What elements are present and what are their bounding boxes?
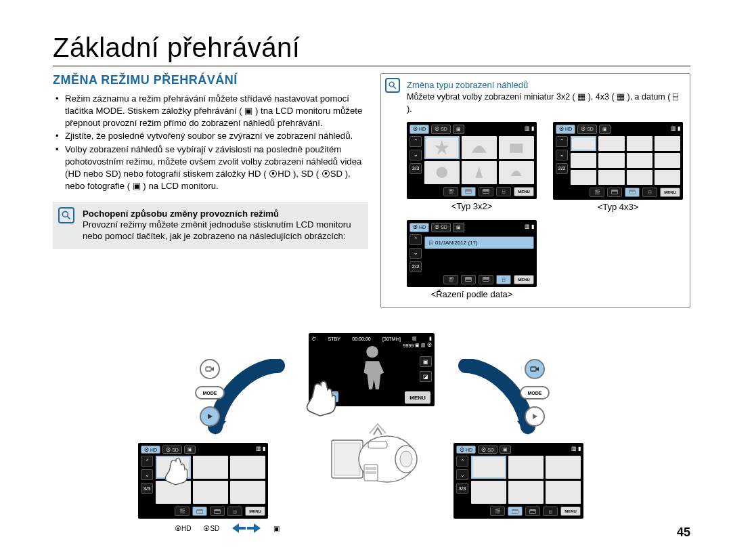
tip-box: Pochopení způsobu změny provozních režim…: [53, 202, 368, 250]
video-filter-button[interactable]: 🎬: [175, 507, 190, 516]
storage-icon: ▥ ▮: [671, 125, 680, 134]
page-indicator: 3/3: [141, 483, 153, 494]
storage-icon: ▥ ▮: [525, 223, 534, 232]
view-3x2-button[interactable]: [461, 187, 476, 196]
sidebox-title: Změna typu zobrazení náhledů: [407, 79, 683, 91]
remain-label: [307Min]: [382, 337, 401, 341]
tab-sd[interactable]: ⦿SD: [162, 446, 182, 454]
svg-point-5: [437, 167, 447, 178]
timer-icon: ⏱: [311, 337, 316, 341]
tab-hd[interactable]: ⦿HD: [141, 446, 160, 454]
svg-line-1: [68, 216, 70, 219]
page-indicator: 2/2: [556, 163, 568, 174]
view-4x3-button[interactable]: [479, 275, 493, 284]
svg-point-12: [400, 451, 412, 467]
tab-sd[interactable]: ⦿SD: [431, 125, 451, 134]
menu-button[interactable]: MENU: [245, 507, 265, 516]
svg-rect-7: [531, 367, 536, 371]
tab-hd[interactable]: ⦿HD: [409, 125, 429, 134]
view-3x2-button[interactable]: [508, 507, 523, 516]
date-row[interactable]: ⌸ 01/JAN/2012 (17): [424, 236, 534, 249]
svg-point-2: [389, 82, 394, 87]
tab-sd[interactable]: ⦿SD: [577, 125, 597, 134]
tab-switch-row: ⦿HD ⦿SD ▣: [175, 523, 280, 534]
hand-pointer-icon: [158, 455, 194, 486]
record-mode-button[interactable]: [200, 359, 220, 379]
menu-button[interactable]: MENU: [514, 187, 534, 196]
sidebox-body: Můžete vybrat volby zobrazení miniatur 3…: [407, 91, 683, 115]
tab-photo[interactable]: ▣: [500, 446, 511, 454]
tab-photo[interactable]: ▣: [453, 125, 464, 134]
hd-tab-icon: ⦿HD: [175, 525, 191, 532]
nav-up-button[interactable]: ⌃: [556, 136, 568, 147]
tab-sd[interactable]: ⦿SD: [431, 223, 451, 232]
video-filter-button[interactable]: 🎬: [490, 507, 505, 516]
view-date-button[interactable]: ⌸: [642, 188, 657, 197]
view-4x3-button[interactable]: [525, 507, 540, 516]
lcd-playback-right: ⦿HD ⦿SD ▣ ▥ ▮ ⌃ ⌄ 3/3 🎬 ⌸ MENU: [453, 443, 583, 519]
arrow-right-icon: [246, 523, 261, 534]
zoom-button[interactable]: ◪: [420, 371, 432, 382]
nav-up-button[interactable]: ⌃: [456, 456, 468, 467]
menu-button[interactable]: MENU: [405, 391, 430, 404]
storage-icon: ▥ ▮: [256, 446, 265, 454]
video-filter-button[interactable]: 🎬: [443, 275, 458, 284]
lcd-thumb-4x3: ⦿HD ⦿SD ▣ ▥ ▮ ⌃ ⌄ 2/2: [553, 122, 683, 200]
section-heading: ZMĚNA REŽIMU PŘEHRÁVÁNÍ: [53, 73, 368, 87]
view-3x2-button[interactable]: [607, 188, 622, 197]
tab-photo[interactable]: ▣: [184, 446, 196, 454]
tab-photo[interactable]: ▣: [453, 223, 464, 232]
tab-hd[interactable]: ⦿HD: [556, 125, 575, 134]
nav-down-button[interactable]: ⌄: [456, 469, 468, 480]
playback-mode-button[interactable]: [525, 406, 545, 427]
hand-pointer-icon: [298, 378, 344, 417]
photo-button[interactable]: ▣: [420, 356, 432, 367]
bullet-item: Zjistíte, že posledně vytvořený soubor s…: [56, 130, 368, 142]
left-button-column: MODE: [195, 359, 225, 427]
view-date-button[interactable]: ⌸: [496, 187, 511, 196]
tab-photo[interactable]: ▣: [599, 125, 611, 134]
page-title: Základní přehrávání: [53, 33, 690, 66]
mode-button[interactable]: MODE: [195, 386, 225, 400]
tip-title: Pochopení způsobu změny provozních režim…: [83, 209, 360, 219]
nav-up-button[interactable]: ⌃: [409, 136, 422, 147]
mode-button[interactable]: MODE: [520, 386, 550, 400]
nav-down-button[interactable]: ⌄: [141, 469, 153, 480]
view-3x2-button[interactable]: [192, 507, 207, 516]
svg-rect-15: [366, 467, 376, 470]
menu-button[interactable]: MENU: [660, 188, 680, 197]
nav-up-button[interactable]: ⌃: [141, 456, 153, 467]
view-4x3-button[interactable]: [479, 187, 493, 196]
time-label: 00:00:00: [352, 337, 370, 341]
lcd-thumb-date: ⦿HD ⦿SD ▣ ▥ ▮ ⌃ ⌄ 2/2: [407, 220, 537, 287]
arrow-left-icon: [231, 523, 246, 534]
stby-label: STBY: [328, 337, 340, 341]
tab-hd[interactable]: ⦿HD: [409, 223, 429, 232]
view-date-button[interactable]: ⌸: [227, 507, 242, 516]
battery-icon: ▮: [429, 336, 432, 341]
nav-down-button[interactable]: ⌄: [409, 150, 422, 160]
page-indicator: 3/3: [456, 483, 468, 494]
tab-sd[interactable]: ⦿SD: [478, 446, 497, 454]
nav-down-button[interactable]: ⌄: [556, 150, 568, 160]
menu-button[interactable]: MENU: [560, 507, 581, 516]
view-4x3-button[interactable]: [210, 507, 225, 516]
view-date-button[interactable]: ⌸: [543, 507, 558, 516]
tip-body: Provozní režimy můžete změnit jednoduše …: [83, 219, 360, 243]
view-4x3-button[interactable]: [625, 188, 640, 197]
photo-tab-icon: ▣: [273, 525, 280, 532]
bullet-item: Režim záznamu a režim přehrávání můžete …: [56, 93, 368, 129]
video-filter-button[interactable]: 🎬: [590, 188, 604, 197]
sidebox: Změna typu zobrazení náhledů Můžete vybr…: [380, 73, 690, 308]
view-3x2-button[interactable]: [461, 275, 476, 284]
menu-button[interactable]: MENU: [514, 275, 534, 284]
playback-mode-button[interactable]: [200, 406, 220, 427]
right-button-column: MODE: [520, 359, 550, 427]
nav-down-button[interactable]: ⌄: [409, 248, 422, 259]
nav-up-button[interactable]: ⌃: [409, 234, 422, 245]
magnifier-icon: [58, 207, 74, 223]
record-mode-button[interactable]: [525, 359, 545, 379]
view-date-button[interactable]: ⌸: [496, 275, 511, 284]
video-filter-button[interactable]: 🎬: [443, 187, 458, 196]
tab-hd[interactable]: ⦿HD: [456, 446, 476, 454]
